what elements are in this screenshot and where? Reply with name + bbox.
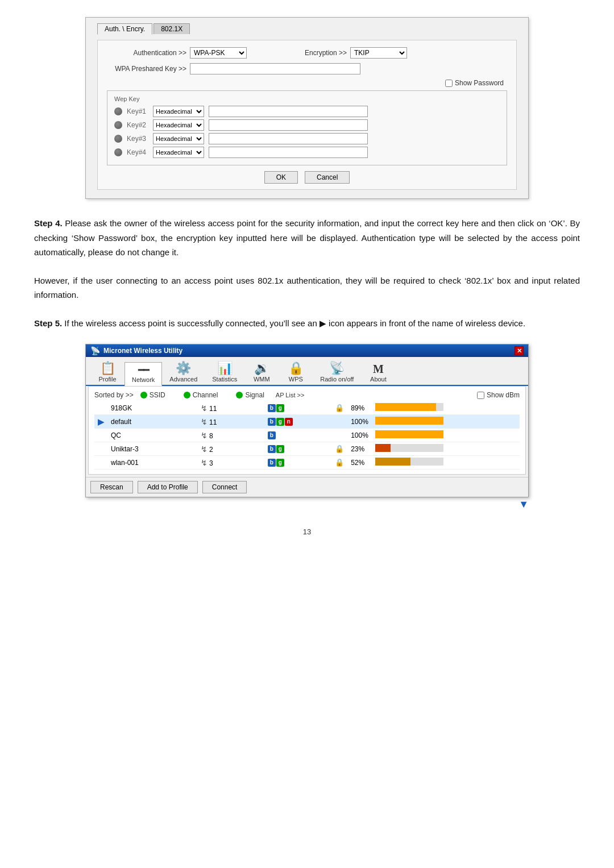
table-row[interactable]: 918GK↯ 11bg🔒89%: [94, 401, 520, 415]
wep-key-row-3: Key#3 Hexadecimal: [114, 133, 500, 144]
add-to-profile-button[interactable]: Add to Profile: [138, 481, 198, 493]
wps-icon: 🔒: [288, 362, 304, 375]
profile-icon: 📋: [100, 362, 115, 375]
ok-button[interactable]: OK: [264, 171, 298, 184]
network-signal-pct: 52%: [347, 456, 372, 470]
table-row[interactable]: QC↯ 8b100%: [94, 429, 520, 442]
network-icon: ━━: [138, 365, 148, 375]
network-signal-pct: 100%: [347, 429, 372, 442]
network-security: 🔒: [331, 456, 347, 470]
row-selection-arrow: [94, 401, 107, 415]
network-signal-pct: 23%: [347, 442, 372, 456]
network-ssid: 918GK: [107, 401, 197, 415]
tab-auth-encry[interactable]: Auth. \ Encry.: [97, 23, 152, 35]
tab-advanced[interactable]: ⚙️ Advanced: [162, 359, 205, 385]
auth-select[interactable]: WPA-PSK: [190, 47, 247, 59]
network-signal-bar: [372, 456, 520, 470]
network-security: [331, 429, 347, 442]
tab-radio-label: Radio on/off: [320, 376, 354, 383]
wep-section-label: Wep Key: [114, 95, 500, 102]
key2-label: Key#2: [127, 121, 148, 129]
step5-text: Step 5. If the wireless access point is …: [34, 316, 580, 331]
network-table: 918GK↯ 11bg🔒89%▶default↯ 11bgn100%QC↯ 8b…: [94, 401, 520, 470]
network-types: bg: [264, 456, 331, 470]
network-signal-bar: [372, 442, 520, 456]
step5-content: If the wireless access point is successf…: [62, 318, 525, 328]
table-row[interactable]: ▶default↯ 11bgn100%: [94, 415, 520, 429]
ssid-dot: [140, 392, 147, 398]
step4-text: Step 4. Please ask the owner of the wire…: [34, 216, 580, 260]
step4-content: Please ask the owner of the wireless acc…: [34, 218, 580, 257]
key2-input[interactable]: [209, 119, 368, 131]
enc-label: Encryption >>: [267, 49, 347, 57]
wpa-key-input[interactable]: [190, 63, 360, 74]
key2-format-select[interactable]: Hexadecimal: [153, 119, 204, 131]
tab-advanced-label: Advanced: [169, 376, 197, 383]
scroll-indicator: ▼: [85, 499, 529, 510]
network-ssid: Uniktar-3: [107, 442, 197, 456]
key3-radio[interactable]: [114, 135, 122, 143]
ssid-filter-label: SSID: [150, 391, 165, 399]
lock-icon: 🔒: [335, 445, 344, 453]
cancel-button[interactable]: Cancel: [305, 171, 350, 184]
table-row[interactable]: Uniktar-3↯ 2bg🔒23%: [94, 442, 520, 456]
auth-label: Authentication >>: [107, 49, 186, 57]
key1-radio[interactable]: [114, 107, 122, 115]
signal-bar-container: [375, 403, 443, 411]
enc-select[interactable]: TKIP: [350, 47, 407, 59]
rescan-button[interactable]: Rescan: [90, 481, 133, 493]
key4-format-select[interactable]: Hexadecimal: [153, 147, 204, 158]
network-types: bg: [264, 401, 331, 415]
type-g-icon: g: [276, 418, 284, 426]
show-dbm-row: Show dBm: [477, 391, 520, 399]
wep-key-row-2: Key#2 Hexadecimal: [114, 119, 500, 131]
wu-close-button[interactable]: ✕: [515, 346, 524, 355]
key1-format-select[interactable]: Hexadecimal: [153, 106, 204, 117]
show-dbm-checkbox[interactable]: [477, 392, 484, 399]
tab-radio[interactable]: 📡 Radio on/off: [313, 359, 361, 385]
tab-wps-label: WPS: [289, 376, 303, 383]
auth-dialog: Auth. \ Encry. 802.1X Authentication >> …: [85, 17, 529, 199]
tab-wmm-label: WMM: [254, 376, 270, 383]
tab-wmm[interactable]: 🔉 WMM: [244, 359, 279, 385]
type-g-icon: g: [276, 404, 284, 412]
key3-format-select[interactable]: Hexadecimal: [153, 133, 204, 144]
wpa-label: WPA Preshared Key >>: [107, 65, 186, 73]
network-signal-bar: [372, 415, 520, 429]
tab-profile[interactable]: 📋 Profile: [90, 359, 125, 385]
network-security: 🔒: [331, 442, 347, 456]
key2-radio[interactable]: [114, 121, 122, 129]
tab-8021x[interactable]: 802.1X: [154, 23, 190, 34]
wep-key-row-1: Key#1 Hexadecimal: [114, 106, 500, 117]
table-row[interactable]: wlan-001↯ 3bg🔒52%: [94, 456, 520, 470]
wu-title-icon: 📡: [90, 346, 100, 355]
step4-bold: Step 4.: [34, 218, 63, 228]
type-g-icon: g: [276, 445, 284, 453]
scroll-down-arrow: ▼: [518, 499, 529, 510]
channel-dot: [184, 392, 190, 398]
authentication-row: Authentication >> WPA-PSK Encryption >> …: [107, 47, 507, 59]
show-password-checkbox[interactable]: [445, 80, 453, 87]
wu-toolbar: 📋 Profile ━━ Network ⚙️ Advanced 📊 Stati…: [86, 357, 528, 386]
network-security: [331, 415, 347, 429]
key3-input[interactable]: [209, 133, 368, 144]
wu-filter-row: Sorted by >> SSID Channel Signal AP List…: [94, 391, 520, 399]
signal-bar-fill: [375, 417, 443, 425]
show-password-label[interactable]: Show Password: [445, 79, 504, 87]
tab-about[interactable]: M About: [361, 360, 395, 385]
key4-input[interactable]: [209, 147, 368, 158]
connect-button[interactable]: Connect: [202, 481, 247, 493]
channel-filter-label: Channel: [193, 391, 218, 399]
key4-radio[interactable]: [114, 148, 122, 156]
tab-wps[interactable]: 🔒 WPS: [279, 359, 313, 385]
tab-statistics[interactable]: 📊 Statistics: [205, 359, 244, 385]
tab-network[interactable]: ━━ Network: [125, 362, 162, 386]
tab-about-label: About: [370, 376, 387, 383]
key3-label: Key#3: [127, 135, 148, 143]
row-selection-arrow: [94, 442, 107, 456]
sorted-by-label: Sorted by >>: [94, 391, 134, 399]
wep-key-row-4: Key#4 Hexadecimal: [114, 147, 500, 158]
key1-input[interactable]: [209, 106, 368, 117]
wu-title-text: Micronet Wireless Utility: [103, 347, 182, 355]
network-channel: ↯ 3: [197, 456, 264, 470]
